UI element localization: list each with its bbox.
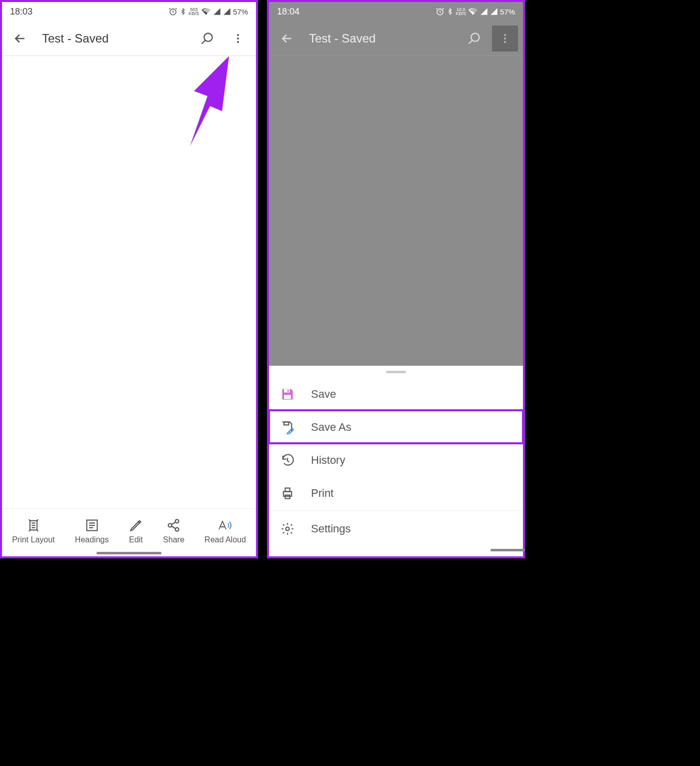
svg-rect-18 (284, 395, 291, 399)
battery-text: 57% (500, 8, 515, 16)
menu-item-print[interactable]: Print (269, 476, 523, 509)
annotation-arrow-icon (180, 56, 240, 151)
status-bar: 18:03 503 KB/S 57% (2, 2, 256, 21)
edit-button[interactable]: Edit (129, 518, 143, 544)
bluetooth-icon (180, 7, 186, 16)
print-layout-button[interactable]: Print Layout (12, 518, 54, 544)
more-options-button[interactable] (492, 26, 518, 52)
status-time: 18:03 (10, 7, 32, 17)
home-indicator[interactable] (96, 552, 162, 554)
home-indicator[interactable] (490, 549, 525, 551)
signal-icon-1 (480, 8, 488, 16)
signal-icon-2 (223, 8, 231, 16)
headings-button[interactable]: Headings (75, 518, 109, 544)
sheet-drag-handle[interactable] (386, 371, 406, 373)
alarm-icon (168, 7, 178, 16)
kebab-icon (232, 33, 244, 45)
svg-point-3 (237, 38, 239, 40)
more-options-button[interactable] (225, 26, 251, 52)
search-icon (200, 32, 214, 46)
app-toolbar: Test - Saved (269, 21, 523, 56)
pencil-icon (129, 518, 143, 532)
save-icon (280, 387, 295, 401)
share-button[interactable]: Share (163, 518, 184, 544)
svg-point-1 (204, 33, 212, 41)
status-right: 10.0 KB/S 57% (436, 7, 515, 16)
signal-icon-1 (213, 8, 221, 16)
svg-marker-5 (190, 56, 229, 146)
app-toolbar: Test - Saved (2, 21, 256, 56)
signal-icon-2 (490, 8, 498, 16)
overflow-menu-sheet: Save Save As History Print Setting (269, 366, 523, 556)
svg-point-12 (471, 33, 479, 41)
svg-point-14 (504, 38, 506, 40)
svg-point-2 (237, 34, 239, 36)
gear-icon (280, 522, 295, 536)
net-speed: 10.0 KB/S (456, 8, 466, 16)
back-button[interactable] (7, 26, 33, 52)
search-button[interactable] (461, 26, 487, 52)
share-icon (166, 518, 180, 532)
battery-text: 57% (233, 8, 248, 16)
history-icon (280, 453, 295, 467)
svg-point-23 (286, 527, 290, 530)
svg-rect-16 (284, 389, 290, 392)
svg-point-15 (504, 41, 506, 43)
print-icon (280, 486, 295, 500)
status-right: 503 KB/S 57% (168, 7, 248, 16)
menu-label: Print (311, 487, 334, 500)
status-bar: 18:04 10.0 KB/S 57% (269, 2, 523, 21)
document-canvas[interactable] (2, 56, 256, 508)
menu-item-save[interactable]: Save (269, 377, 523, 410)
alarm-icon (436, 7, 444, 16)
read-aloud-icon (218, 518, 232, 532)
wifi-icon (201, 7, 211, 16)
bottom-toolbar: Print Layout Headings Edit Share Read Al… (2, 508, 256, 556)
read-aloud-button[interactable]: Read Aloud (204, 518, 246, 544)
screenshot-left: 18:03 503 KB/S 57% Test - Saved (0, 0, 258, 558)
menu-divider (269, 510, 523, 511)
headings-icon (85, 518, 99, 532)
menu-label: History (311, 454, 345, 467)
svg-point-9 (168, 523, 172, 527)
document-title: Test - Saved (305, 32, 456, 46)
svg-point-10 (176, 527, 179, 531)
save-as-icon (280, 420, 295, 434)
menu-item-history[interactable]: History (269, 443, 523, 476)
back-button[interactable] (274, 26, 300, 52)
bluetooth-icon (446, 7, 454, 16)
search-icon (467, 32, 481, 46)
arrow-left-icon (12, 31, 28, 46)
status-time: 18:04 (277, 7, 300, 17)
search-button[interactable] (194, 26, 220, 52)
menu-label: Save As (311, 421, 352, 434)
wifi-icon (468, 7, 478, 16)
menu-label: Settings (311, 522, 351, 535)
svg-rect-17 (288, 389, 288, 392)
menu-item-save-as[interactable]: Save As (269, 410, 523, 443)
menu-item-settings[interactable]: Settings (269, 512, 523, 545)
svg-rect-19 (284, 422, 288, 425)
svg-point-13 (504, 34, 506, 36)
menu-label: Save (311, 388, 336, 401)
kebab-icon (499, 33, 511, 45)
print-layout-icon (26, 518, 40, 532)
arrow-left-icon (280, 31, 294, 46)
net-speed: 503 KB/S (188, 8, 199, 16)
svg-rect-21 (285, 488, 290, 491)
svg-rect-22 (285, 495, 290, 498)
document-title: Test - Saved (38, 32, 189, 46)
screenshot-right: 18:04 10.0 KB/S 57% Test - Saved (267, 0, 525, 558)
svg-point-8 (176, 519, 179, 523)
svg-point-4 (237, 41, 239, 43)
